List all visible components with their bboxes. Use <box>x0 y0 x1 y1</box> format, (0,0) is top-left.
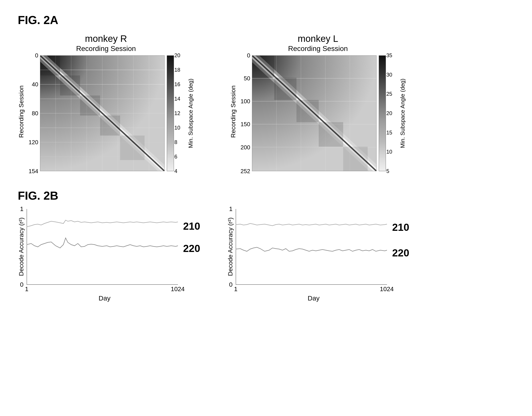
cb-l-30: 30 <box>386 72 392 78</box>
monkey-r-y-tick-0: 0 <box>35 52 38 59</box>
fig2b-right-y-1: 1 <box>229 206 233 213</box>
monkey-l-svg <box>252 55 377 171</box>
monkey-l-y-ticks: 0 50 100 150 200 252 <box>239 55 252 171</box>
fig2b-right-x-ticks: 1 1024 <box>236 286 391 294</box>
monkey-r-colorbar <box>167 55 174 171</box>
fig2b-left-line2-ref: 220 <box>183 242 200 254</box>
cb-l-25: 25 <box>386 91 392 97</box>
monkey-l-y-axis-label: Recording Session <box>230 54 237 169</box>
fig2b-left-y-0: 0 <box>20 281 24 288</box>
cb-r-14: 14 <box>174 96 180 102</box>
fig2b-left-line1-ref: 210 <box>183 220 200 232</box>
fig2b-left-chart-wrap: 1 0 <box>27 209 182 285</box>
fig2b-left-area: Decode Accuracy (r²) 1 0 <box>18 209 182 302</box>
monkey-r-heatmap-image: 0 40 80 120 154 <box>40 55 165 171</box>
monkey-l-axes-wrap: 0 50 100 150 200 252 <box>239 54 406 171</box>
monkey-r-heatmap: monkey R Recording Session Recording Ses… <box>18 33 194 171</box>
cb-r-12: 12 <box>174 110 180 116</box>
monkey-l-recording-label: Recording Session <box>288 45 348 53</box>
cb-l-15: 15 <box>386 129 392 136</box>
monkey-r-y-axis-label: Recording Session <box>18 54 25 169</box>
cb-r-20: 20 <box>174 52 180 59</box>
monkey-r-colorbar-rel: 20 18 16 14 12 10 8 6 4 <box>167 55 174 171</box>
fig2b-right-svg <box>236 209 391 285</box>
monkey-l-y-tick-150: 150 <box>241 121 250 128</box>
fig2b-right-line1-ref: 210 <box>392 221 409 233</box>
svg-rect-20 <box>80 96 100 116</box>
fig2b-right-x-label: Day <box>236 295 391 302</box>
fig2b-label: FIG. 2B <box>18 189 514 202</box>
monkey-l-colorbar-label: Min. Subspace Angle (deg) <box>399 79 406 148</box>
svg-rect-21 <box>100 116 120 136</box>
monkey-r-y-tick-80: 80 <box>32 110 38 117</box>
fig2b-right-chart-wrap: 1 0 <box>236 209 391 285</box>
fig2b-left-x-tick-1024: 1024 <box>171 286 185 293</box>
fig2b-right-x-tick-1024: 1024 <box>380 286 394 293</box>
svg-rect-19 <box>60 75 80 96</box>
fig2a-label: FIG. 2A <box>18 13 514 27</box>
monkey-l-middle: 0 50 100 150 200 252 <box>239 55 406 171</box>
fig2b-left-svg <box>27 209 182 285</box>
fig2b-left-x-label: Day <box>27 295 182 302</box>
cb-l-35: 35 <box>386 52 392 59</box>
cb-l-5: 5 <box>386 168 389 174</box>
monkey-r-x-spacer <box>40 54 165 55</box>
monkey-l-x-spacer <box>252 54 377 55</box>
monkey-l-heatmap: monkey L Recording Session Recording Ses… <box>230 33 406 171</box>
fig2b-right-y-0: 0 <box>229 281 233 288</box>
cb-r-4: 4 <box>174 168 177 174</box>
fig2b-left-inner: 1 0 <box>27 209 182 302</box>
monkey-l-colorbar-wrapper: 35 30 25 20 15 10 5 Min. Subspace Angle … <box>379 55 406 171</box>
svg-rect-38 <box>296 100 319 122</box>
page-container: FIG. 2A monkey R Recording Session Recor… <box>0 0 532 416</box>
monkey-r-y-tick-154: 154 <box>29 168 38 175</box>
fig2b-left-x-ticks: 1 1024 <box>27 286 182 294</box>
cb-r-8: 8 <box>174 139 177 145</box>
monkey-l-heatmap-image: 50 100 150 200 252 <box>252 55 377 171</box>
monkey-r-colorbar-wrapper: 20 18 16 14 12 10 8 6 4 <box>167 55 194 171</box>
fig2b-row: Decode Accuracy (r²) 1 0 <box>18 209 514 302</box>
monkey-l-x-tick-252: 252 <box>372 55 377 56</box>
fig2b-left-x-tick-1: 1 <box>25 286 28 293</box>
monkey-l-heatmap-area: Recording Session 0 50 100 150 200 252 <box>230 54 406 171</box>
monkey-r-y-tick-120: 120 <box>29 139 38 146</box>
fig2b-left-y-label: Decode Accuracy (r²) <box>18 209 25 285</box>
fig2b-right-x-tick-1: 1 <box>234 286 238 293</box>
monkey-l-x-tick-50: 50 <box>273 55 280 56</box>
fig2b-right-inner: 1 0 <box>236 209 391 302</box>
monkey-r-title: monkey R <box>85 33 127 44</box>
monkey-r-middle: 0 40 80 120 154 <box>27 55 194 171</box>
monkey-l-x-tick-200: 200 <box>346 55 356 56</box>
monkey-l-colorbar-rel: 35 30 25 20 15 10 5 <box>379 55 386 171</box>
monkey-l-y-tick-200: 200 <box>241 144 250 151</box>
monkey-l-y-tick-50: 50 <box>244 75 250 82</box>
cb-r-18: 18 <box>174 67 180 73</box>
monkey-l-title: monkey L <box>298 33 338 44</box>
monkey-r-recording-label: Recording Session <box>76 45 136 53</box>
monkey-l-x-tick-100: 100 <box>297 55 306 56</box>
svg-rect-39 <box>319 122 343 147</box>
monkey-r-y-tick-40: 40 <box>32 81 38 88</box>
fig2b-left-chart: Decode Accuracy (r²) 1 0 <box>18 209 182 302</box>
monkey-l-x-tick-150: 150 <box>321 55 331 56</box>
monkey-r-x-tick-154: 154 <box>160 55 165 56</box>
fig2b-right-y-label: Decode Accuracy (r²) <box>227 209 234 285</box>
monkey-l-colorbar <box>379 55 386 171</box>
fig2b-right-line2-ref: 220 <box>392 247 409 259</box>
fig2b-right-area: Decode Accuracy (r²) 1 0 <box>227 209 391 302</box>
monkey-r-x-tick-120: 120 <box>129 55 138 56</box>
cb-r-16: 16 <box>174 81 180 88</box>
svg-rect-22 <box>120 136 144 160</box>
fig2a-row: monkey R Recording Session Recording Ses… <box>18 33 514 171</box>
monkey-r-colorbar-label: Min. Subspace Angle (deg) <box>187 79 194 148</box>
monkey-r-svg <box>40 55 165 171</box>
svg-rect-37 <box>274 78 296 100</box>
cb-l-10: 10 <box>386 149 392 155</box>
cb-r-10: 10 <box>174 125 180 131</box>
monkey-l-y-tick-0: 0 <box>247 52 250 59</box>
fig2b-right-chart: Decode Accuracy (r²) 1 0 <box>227 209 391 302</box>
cb-r-6: 6 <box>174 154 177 160</box>
monkey-l-y-tick-100: 100 <box>241 98 250 105</box>
cb-l-20: 20 <box>386 110 392 116</box>
monkey-r-heatmap-area: Recording Session 0 40 80 120 154 <box>18 54 194 171</box>
